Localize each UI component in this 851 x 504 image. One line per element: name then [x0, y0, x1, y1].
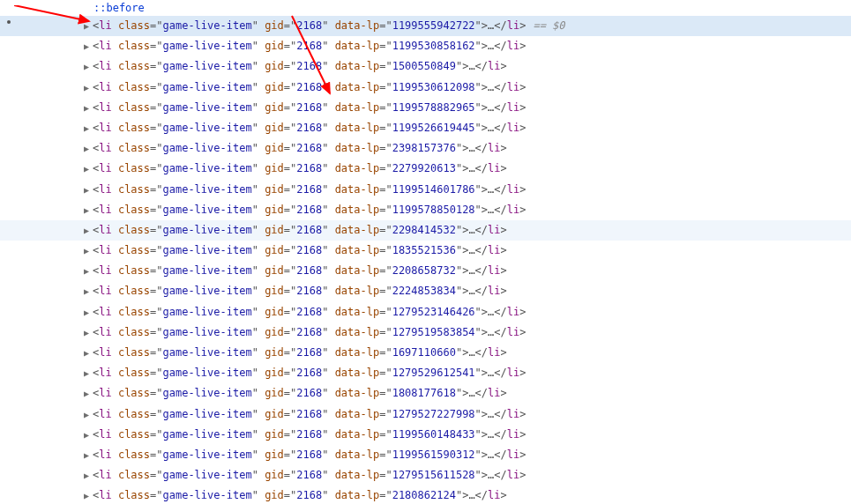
expand-arrow-icon[interactable]: ▶: [84, 448, 93, 463]
expand-arrow-icon[interactable]: ▶: [84, 183, 93, 197]
attr-datalp: data-lp: [335, 306, 380, 318]
expand-arrow-icon[interactable]: ▶: [84, 306, 93, 320]
expand-arrow-icon[interactable]: ▶: [84, 60, 93, 74]
attr-class: class: [118, 469, 150, 481]
attr-datalp-value: 1199526619445: [392, 122, 475, 134]
dom-tree-row[interactable]: ▶<li class="game-live-item" gid="2168" d…: [0, 465, 851, 485]
attr-datalp: data-lp: [335, 19, 380, 32]
attr-datalp: data-lp: [335, 40, 380, 52]
attr-class-value: game-live-item: [163, 306, 252, 318]
attr-gid-value: 2168: [296, 60, 322, 72]
attr-gid-value: 2168: [296, 306, 322, 318]
dom-tree-row[interactable]: ▶<li class="game-live-item" gid="2168" d…: [0, 98, 851, 118]
attr-datalp: data-lp: [335, 142, 380, 154]
dom-tree-row[interactable]: ▶<li class="game-live-item" gid="2168" d…: [0, 220, 851, 241]
dom-tree-row[interactable]: ▶<li class="game-live-item" gid="2168" d…: [0, 78, 851, 98]
dom-tree-row[interactable]: ▶<li class="game-live-item" gid="2168" d…: [0, 425, 851, 445]
tag-name: li: [99, 264, 111, 277]
expand-arrow-icon[interactable]: ▶: [84, 122, 93, 136]
tag-name: li: [99, 19, 111, 32]
ellipsis: …: [468, 224, 474, 236]
expand-arrow-icon[interactable]: ▶: [84, 162, 93, 176]
attr-datalp: data-lp: [335, 81, 380, 93]
expand-arrow-icon[interactable]: ▶: [84, 224, 93, 238]
dom-tree-row[interactable]: ▶<li class="game-live-item" gid="2168" d…: [0, 485, 851, 504]
attr-datalp-value: 1808177618: [392, 387, 456, 399]
attr-gid: gid: [265, 204, 284, 216]
dom-tree-row[interactable]: ▶<li class="game-live-item" gid="2168" d…: [0, 159, 851, 179]
attr-gid: gid: [265, 224, 284, 236]
dom-tree: ::before ▶<li class="game-live-item" gid…: [0, 0, 851, 504]
dom-tree-row[interactable]: ▶<li class="game-live-item" gid="2168" d…: [0, 383, 851, 404]
attr-class: class: [118, 204, 150, 216]
dom-tree-row[interactable]: ▶<li class="game-live-item" gid="2168" d…: [0, 302, 851, 322]
expand-arrow-icon[interactable]: ▶: [84, 204, 93, 218]
expand-arrow-icon[interactable]: ▶: [84, 469, 93, 483]
dom-tree-row[interactable]: ▶<li class="game-live-item" gid="2168" d…: [0, 56, 851, 77]
expand-arrow-icon[interactable]: ▶: [84, 40, 93, 54]
expand-arrow-icon[interactable]: ▶: [84, 326, 93, 340]
dom-tree-row[interactable]: ▶<li class="game-live-item" gid="2168" d…: [0, 241, 851, 261]
attr-gid: gid: [265, 101, 284, 114]
attr-datalp: data-lp: [335, 367, 380, 379]
expand-arrow-icon[interactable]: ▶: [84, 346, 93, 360]
attr-class: class: [118, 40, 150, 52]
expand-arrow-icon[interactable]: ▶: [84, 428, 93, 442]
attr-class: class: [118, 346, 150, 359]
dom-node-code: <li class="game-live-item" gid="2168" da…: [93, 224, 507, 236]
expand-arrow-icon[interactable]: ▶: [84, 101, 93, 115]
attr-class: class: [118, 489, 150, 501]
attr-gid: gid: [265, 326, 284, 338]
attr-gid-value: 2168: [296, 204, 322, 216]
dom-tree-row[interactable]: ▶<li class="game-live-item" gid="2168" d…: [0, 445, 851, 465]
dom-node-code: <li class="game-live-item" gid="2168" da…: [93, 387, 507, 399]
dom-node-code: <li class="game-live-item" gid="2168" da…: [93, 285, 507, 297]
attr-class: class: [118, 101, 150, 114]
dom-tree-row[interactable]: ▶<li class="game-live-item" gid="2168" d…: [0, 281, 851, 301]
attr-gid-value: 2168: [296, 19, 322, 32]
dom-tree-row[interactable]: ▶<li class="game-live-item" gid="2168" d…: [0, 200, 851, 220]
dom-tree-row[interactable]: ▶<li class="game-live-item" gid="2168" d…: [0, 138, 851, 159]
expand-arrow-icon[interactable]: ▶: [84, 489, 93, 503]
tag-name: li: [99, 122, 111, 134]
expand-arrow-icon[interactable]: ▶: [84, 81, 93, 95]
attr-class-value: game-live-item: [163, 346, 252, 359]
dom-tree-row[interactable]: ▶<li class="game-live-item" gid="2168" d…: [0, 343, 851, 363]
attr-datalp-value: 1199530858162: [392, 40, 475, 52]
attr-datalp-value: 1279529612541: [392, 367, 475, 379]
dom-tree-row[interactable]: ▶<li class="game-live-item" gid="2168" d…: [0, 261, 851, 281]
attr-class-value: game-live-item: [163, 122, 252, 134]
dom-tree-row[interactable]: ▶<li class="game-live-item" gid="2168" d…: [0, 36, 851, 56]
expand-arrow-icon[interactable]: ▶: [84, 19, 93, 33]
dom-tree-row[interactable]: ▶<li class="game-live-item" gid="2168" d…: [0, 363, 851, 383]
attr-class: class: [118, 264, 150, 277]
expand-arrow-icon[interactable]: ▶: [84, 408, 93, 422]
dom-tree-row[interactable]: ▶<li class="game-live-item" gid="2168" d…: [0, 118, 851, 138]
ellipsis: …: [468, 60, 474, 72]
dom-node-code: <li class="game-live-item" gid="2168" da…: [93, 346, 507, 359]
expand-arrow-icon[interactable]: ▶: [84, 142, 93, 156]
dom-tree-row[interactable]: ▶<li class="game-live-item" gid="2168" d…: [0, 322, 851, 343]
expand-arrow-icon[interactable]: ▶: [84, 367, 93, 381]
attr-datalp-value: 1199530612098: [392, 81, 475, 93]
tag-name: li: [99, 306, 111, 318]
dom-tree-row[interactable]: ▶<li class="game-live-item" gid="2168" d…: [0, 16, 851, 36]
attr-datalp-value: 1279527227998: [392, 408, 475, 420]
tag-name: li: [99, 326, 111, 338]
expand-arrow-icon[interactable]: ▶: [84, 244, 93, 258]
pseudo-before: ::before: [0, 0, 851, 16]
attr-datalp-value: 1199514601786: [392, 183, 475, 196]
expand-arrow-icon[interactable]: ▶: [84, 285, 93, 299]
tag-name: li: [99, 285, 111, 297]
attr-datalp-value: 1697110660: [392, 346, 456, 359]
attr-datalp-value: 2224853834: [392, 285, 456, 297]
dom-tree-row[interactable]: ▶<li class="game-live-item" gid="2168" d…: [0, 180, 851, 200]
attr-datalp: data-lp: [335, 326, 380, 338]
attr-class: class: [118, 162, 150, 174]
attr-datalp: data-lp: [335, 60, 380, 72]
tag-name: li: [99, 469, 111, 481]
tag-name: li: [99, 60, 111, 72]
dom-tree-row[interactable]: ▶<li class="game-live-item" gid="2168" d…: [0, 404, 851, 425]
expand-arrow-icon[interactable]: ▶: [84, 264, 93, 278]
expand-arrow-icon[interactable]: ▶: [84, 387, 93, 401]
